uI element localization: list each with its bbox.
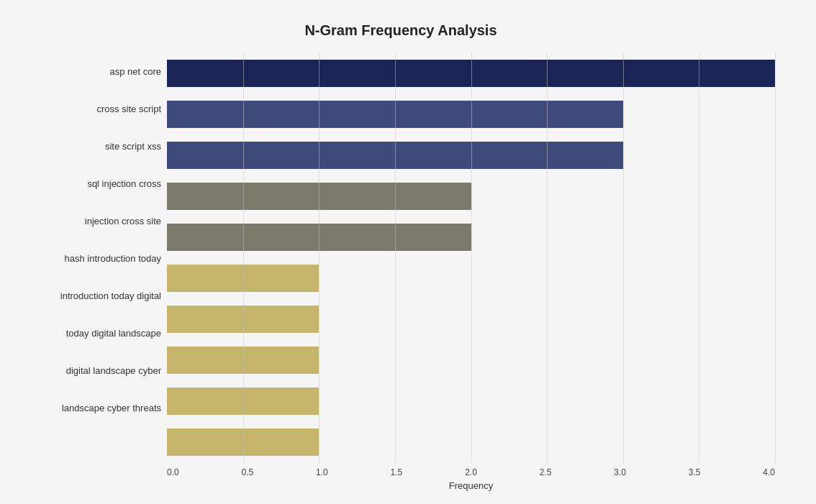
bars-section [167,53,775,463]
bar-row [167,53,775,94]
plot-area: 0.00.51.01.52.02.53.03.54.0 Frequency [167,53,775,449]
bar [167,183,471,210]
x-axis-title: Frequency [167,480,775,491]
y-axis-label: injection cross site [85,203,161,240]
chart-container: N-Gram Frequency Analysis asp net corecr… [12,8,804,497]
bar-row [167,299,775,340]
y-axis-label: introduction today digital [60,278,161,315]
y-axis-label: asp net core [109,53,161,91]
y-axis-label: cross site script [96,91,161,128]
bar [167,306,319,333]
x-tick-label: 0.0 [167,467,179,477]
bar [167,224,471,251]
bar [167,388,319,415]
x-tick-label: 3.5 [689,467,701,477]
bar-row [167,340,775,381]
x-tick-label: 2.5 [540,467,552,477]
chart-area: asp net corecross site scriptsite script… [27,53,775,449]
bar-row [167,176,775,217]
bar [167,347,319,374]
bar-row [167,258,775,299]
y-axis-label: site script xss [105,128,161,165]
x-tick-label: 2.0 [465,467,477,477]
bar-row [167,217,775,258]
x-tick-label: 1.5 [391,467,403,477]
bar [167,265,319,292]
grid-line [775,53,776,463]
y-axis-label: digital landscape cyber [66,352,161,390]
bar [167,60,775,87]
x-tick-label: 0.5 [242,467,254,477]
y-axis-label: hash introduction today [65,240,161,278]
chart-title: N-Gram Frequency Analysis [27,22,775,39]
bar [167,142,623,169]
y-axis-label: sql injection cross [87,165,161,203]
y-axis-label: today digital landscape [66,315,161,352]
bar-row [167,135,775,176]
y-axis: asp net corecross site scriptsite script… [27,53,167,449]
x-tick-label: 3.0 [614,467,626,477]
x-tick-label: 1.0 [316,467,328,477]
bar-row [167,422,775,463]
bar-row [167,94,775,135]
x-tick-label: 4.0 [763,467,775,477]
bar [167,429,319,456]
bar-row [167,381,775,422]
bar [167,101,623,128]
y-axis-label: landscape cyber threats [62,390,161,427]
x-axis: 0.00.51.01.52.02.53.03.54.0 [167,463,775,477]
